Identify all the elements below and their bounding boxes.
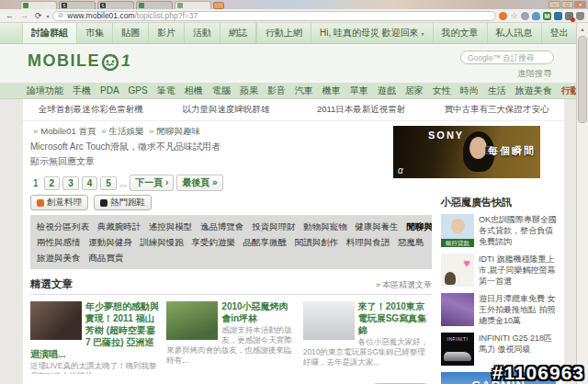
promo-link[interactable]: 2011日本最新近視雷射 — [294, 104, 429, 116]
user-greeting-menu[interactable]: Hi, 哇真的母災 歡迎回來 ▾ — [311, 23, 434, 43]
promo-link[interactable]: 以力量與速度睥睨群雄 — [158, 104, 293, 116]
forum-link[interactable]: 遙控與模型 — [149, 221, 193, 232]
forum-link[interactable]: 兩性與感情 — [37, 237, 81, 247]
browser-tab[interactable]: S — [59, 1, 96, 9]
nav-item-blog[interactable]: 網誌 — [220, 23, 256, 43]
catnav-item[interactable]: 遊戲 — [373, 85, 401, 97]
nav-item-private-messages[interactable]: 私人訊息 — [488, 23, 542, 43]
extension-icon[interactable] — [499, 12, 507, 20]
browser-tab-active[interactable] — [175, 1, 211, 9]
restore-button[interactable]: □ — [561, 1, 573, 8]
creative-cooking-button[interactable]: 創意料理 — [30, 195, 88, 210]
forum-link[interactable]: 典藏腕時計 — [97, 221, 141, 232]
nav-item-logout[interactable]: 登出 — [542, 23, 576, 43]
sony-banner-ad[interactable]: SONY 每個瞬間 α — [393, 126, 540, 178]
catnav-item[interactable]: PDA — [96, 85, 124, 96]
article-card[interactable]: 來了！2010東京電玩展SG寫真集錦 各位小惡魔大家好，2010的東京電玩展SG… — [303, 300, 432, 374]
forum-link[interactable]: 健康與養生 — [355, 221, 399, 232]
next-page-button[interactable]: 下一頁 › — [130, 175, 174, 191]
catnav-item[interactable]: 機車 — [318, 85, 345, 97]
breadcrumb-category[interactable]: 生活娛樂 — [108, 126, 143, 136]
forum-link[interactable]: 享受釣遊樂 — [191, 237, 235, 247]
sidebar-ad[interactable]: 銀行貸款 OK忠訓國際專辦全國各式貸款，整合負債免費諮詢 — [441, 214, 557, 248]
bookmark-star-icon[interactable]: ☆ — [510, 12, 518, 20]
forum-link-current[interactable]: 閒聊與趣味 — [406, 221, 432, 232]
catnav-item[interactable]: 電腦 — [208, 85, 235, 97]
catnav-item[interactable]: 蘋果 — [235, 85, 263, 97]
catnav-item[interactable]: 論壇功能 — [22, 85, 68, 97]
catnav-item[interactable]: 手機 — [68, 85, 96, 97]
address-bar[interactable]: ⊘ www.mobile01.com/topiclist.php?f=37 — [52, 11, 496, 21]
article-card[interactable]: 2010小惡魔烤肉會in坪林 感謝支持本活動的版友，更感謝今天實際來參與烤肉會的… — [166, 300, 295, 374]
minimize-button[interactable]: – — [548, 1, 560, 8]
catnav-item[interactable]: 單車 — [345, 85, 373, 97]
forum-link[interactable]: 旅遊與美食 — [37, 253, 81, 263]
hot-shoes-button[interactable]: 熱門跑鞋 — [94, 195, 152, 210]
page-link[interactable]: 4 — [82, 176, 98, 190]
mail-extension-icon[interactable]: M — [543, 12, 551, 20]
nav-item-market[interactable]: 市集 — [77, 23, 113, 43]
globe-extension-icon[interactable] — [521, 12, 529, 20]
article-title[interactable]: 來了！2010東京電玩展SG寫真集錦 — [358, 301, 426, 335]
forum-link[interactable]: 訓練與慢跑 — [140, 237, 184, 247]
forum-link[interactable]: 料理與食譜 — [346, 237, 390, 247]
advanced-search-link[interactable]: 進階搜尋 — [517, 68, 552, 80]
promo-thread-link[interactable]: Microsoft Arc Touch滑鼠，徵求不凡品味試用者 — [30, 141, 393, 153]
forum-link[interactable]: 商品買賣 — [88, 253, 123, 263]
back-icon[interactable]: ← — [4, 10, 16, 21]
page-link[interactable]: 5 — [100, 176, 117, 190]
new-tab-button[interactable] — [213, 2, 224, 9]
catnav-item[interactable]: 旅遊美食 — [511, 85, 557, 97]
page-info-icon[interactable]: ⊘ — [58, 11, 64, 20]
cloud-extension-icon[interactable] — [532, 12, 540, 20]
browser-tab[interactable] — [136, 1, 173, 9]
browser-tab[interactable]: S — [97, 1, 134, 9]
article-title[interactable]: 2010小惡魔烤肉會in坪林 — [221, 301, 288, 323]
forward-icon[interactable]: → — [18, 10, 30, 21]
catnav-item[interactable]: GPS — [124, 85, 153, 96]
forum-link[interactable]: 動物與寵物 — [303, 221, 347, 232]
reload-icon[interactable]: ⟳ — [33, 10, 44, 21]
article-card[interactable]: 年少夢想的感動與實現！2011 福山芳樹 (超時空要塞7 巴薩拉) 亞洲巡迴演唱… — [30, 300, 159, 374]
notification-extension-icon[interactable] — [565, 12, 573, 20]
catnav-item[interactable]: 筆電 — [153, 85, 180, 97]
promo-link[interactable]: 全球首創最迷你彩色雷射機 — [23, 104, 158, 116]
forum-link[interactable]: 逸品博覽會 — [200, 221, 244, 232]
catnav-item[interactable]: 女性 — [428, 85, 456, 97]
last-page-button[interactable]: 最後頁 » — [176, 175, 222, 191]
forum-link[interactable]: 投資與理財 — [252, 221, 296, 232]
nav-item-events[interactable]: 活動 — [185, 23, 220, 43]
nav-item-mobile[interactable]: 行動上網 — [256, 23, 311, 43]
nav-item-videos[interactable]: 影片 — [149, 23, 185, 43]
scrollbar-thumb[interactable] — [578, 36, 587, 123]
breadcrumb-board[interactable]: 閒聊與趣味 — [156, 126, 200, 136]
scroll-up-arrow-icon[interactable]: ▲ — [577, 24, 588, 35]
forum-link[interactable]: 惡魔島 — [398, 237, 424, 247]
nav-item-forums[interactable]: 討論群組 — [22, 23, 77, 43]
nav-item-my-articles[interactable]: 我的文章 — [434, 23, 488, 43]
catnav-item[interactable]: 汽車 — [290, 85, 318, 97]
page-link[interactable]: 2 — [44, 176, 61, 190]
sidebar-ad[interactable]: 遊日月潭纜車免費 女王外拍最推地點 拍照總獎金10萬 — [441, 293, 557, 327]
mobile01-logo[interactable]: MOBILE 1 — [28, 51, 130, 71]
app-extension-icon[interactable] — [554, 12, 562, 20]
promo-link[interactable]: 買中古車有三大保證才安心 — [429, 104, 564, 116]
nav-item-photos[interactable]: 貼圖 — [113, 23, 149, 43]
forum-link[interactable]: 運動與健身 — [88, 237, 132, 247]
page-link[interactable]: 3 — [62, 176, 79, 190]
close-button[interactable]: × — [574, 1, 586, 8]
forum-link[interactable]: 品酩享微醺 — [243, 237, 288, 247]
page-scrollbar[interactable]: ▲ ▼ — [576, 23, 588, 384]
catnav-item[interactable]: 時尚 — [456, 85, 483, 97]
catnav-item-mobile-value[interactable]: 行動加值 — [557, 85, 576, 97]
browser-tab[interactable] — [20, 1, 57, 9]
catnav-item[interactable]: 相機 — [180, 85, 208, 97]
catnav-item[interactable]: 居家 — [401, 85, 428, 97]
catnav-item[interactable]: 影音 — [263, 85, 290, 97]
settings-wrench-icon[interactable] — [576, 12, 584, 20]
forum-link[interactable]: 閱讀與創作 — [295, 237, 339, 247]
show-unanswered-link[interactable]: 顯示無回應文章 — [30, 155, 393, 168]
forum-link[interactable]: 檢視分區列表 — [37, 221, 89, 232]
reload-dropdown-icon[interactable]: ▾ — [47, 13, 50, 19]
catnav-item[interactable]: 生活 — [483, 85, 511, 97]
